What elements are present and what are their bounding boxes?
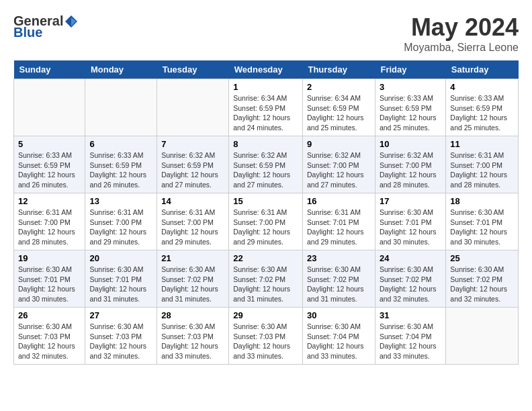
calendar-cell: 17Sunrise: 6:30 AM Sunset: 7:01 PM Dayli… bbox=[375, 193, 445, 250]
day-number: 16 bbox=[307, 196, 371, 206]
day-info: Sunrise: 6:33 AM Sunset: 6:59 PM Dayligh… bbox=[18, 150, 81, 190]
day-number: 28 bbox=[161, 310, 224, 320]
day-info: Sunrise: 6:30 AM Sunset: 7:04 PM Dayligh… bbox=[307, 322, 371, 361]
day-info: Sunrise: 6:30 AM Sunset: 7:02 PM Dayligh… bbox=[380, 265, 441, 304]
day-number: 7 bbox=[161, 139, 224, 149]
day-info: Sunrise: 6:30 AM Sunset: 7:01 PM Dayligh… bbox=[89, 265, 152, 304]
calendar-cell bbox=[14, 79, 85, 136]
day-number: 1 bbox=[233, 82, 298, 92]
day-number: 18 bbox=[450, 196, 514, 206]
calendar-cell: 12Sunrise: 6:31 AM Sunset: 7:00 PM Dayli… bbox=[14, 193, 85, 250]
day-info: Sunrise: 6:31 AM Sunset: 7:00 PM Dayligh… bbox=[161, 208, 224, 247]
calendar-cell: 14Sunrise: 6:31 AM Sunset: 7:00 PM Dayli… bbox=[157, 193, 229, 250]
day-info: Sunrise: 6:30 AM Sunset: 7:03 PM Dayligh… bbox=[161, 322, 224, 361]
calendar-cell: 24Sunrise: 6:30 AM Sunset: 7:02 PM Dayli… bbox=[375, 250, 445, 308]
day-number: 11 bbox=[450, 139, 514, 149]
calendar-cell: 8Sunrise: 6:32 AM Sunset: 6:59 PM Daylig… bbox=[229, 136, 303, 193]
calendar-cell: 15Sunrise: 6:31 AM Sunset: 7:00 PM Dayli… bbox=[229, 193, 303, 250]
logo-text: General Blue bbox=[13, 13, 79, 40]
day-number: 17 bbox=[380, 196, 441, 206]
calendar-cell: 2Sunrise: 6:34 AM Sunset: 6:59 PM Daylig… bbox=[302, 79, 375, 136]
weekday-header-monday: Monday bbox=[85, 60, 157, 79]
calendar-week-row: 26Sunrise: 6:30 AM Sunset: 7:03 PM Dayli… bbox=[14, 308, 519, 365]
weekday-header-sunday: Sunday bbox=[14, 60, 85, 79]
day-number: 19 bbox=[18, 253, 81, 263]
calendar-cell: 29Sunrise: 6:30 AM Sunset: 7:03 PM Dayli… bbox=[229, 308, 303, 365]
weekday-header-friday: Friday bbox=[375, 60, 445, 79]
calendar-cell: 13Sunrise: 6:31 AM Sunset: 7:00 PM Dayli… bbox=[85, 193, 157, 250]
day-info: Sunrise: 6:30 AM Sunset: 7:02 PM Dayligh… bbox=[161, 265, 224, 304]
day-number: 13 bbox=[89, 196, 152, 206]
day-number: 30 bbox=[307, 310, 371, 320]
calendar-cell: 3Sunrise: 6:33 AM Sunset: 6:59 PM Daylig… bbox=[375, 79, 445, 136]
calendar-cell: 22Sunrise: 6:30 AM Sunset: 7:02 PM Dayli… bbox=[229, 250, 303, 308]
calendar-cell: 6Sunrise: 6:33 AM Sunset: 6:59 PM Daylig… bbox=[85, 136, 157, 193]
day-info: Sunrise: 6:30 AM Sunset: 7:02 PM Dayligh… bbox=[450, 265, 514, 304]
calendar-cell: 1Sunrise: 6:34 AM Sunset: 6:59 PM Daylig… bbox=[229, 79, 303, 136]
calendar-cell: 9Sunrise: 6:32 AM Sunset: 7:00 PM Daylig… bbox=[302, 136, 375, 193]
day-info: Sunrise: 6:31 AM Sunset: 7:00 PM Dayligh… bbox=[18, 208, 81, 247]
calendar-cell: 30Sunrise: 6:30 AM Sunset: 7:04 PM Dayli… bbox=[302, 308, 375, 365]
calendar-cell: 4Sunrise: 6:33 AM Sunset: 6:59 PM Daylig… bbox=[446, 79, 519, 136]
day-number: 6 bbox=[89, 139, 152, 149]
day-info: Sunrise: 6:30 AM Sunset: 7:03 PM Dayligh… bbox=[18, 322, 81, 361]
calendar-cell: 5Sunrise: 6:33 AM Sunset: 6:59 PM Daylig… bbox=[14, 136, 85, 193]
logo: General Blue bbox=[13, 13, 79, 40]
calendar-week-row: 19Sunrise: 6:30 AM Sunset: 7:01 PM Dayli… bbox=[14, 250, 519, 308]
weekday-header-saturday: Saturday bbox=[446, 60, 519, 79]
day-number: 14 bbox=[161, 196, 224, 206]
calendar-cell: 16Sunrise: 6:31 AM Sunset: 7:01 PM Dayli… bbox=[302, 193, 375, 250]
calendar-cell: 28Sunrise: 6:30 AM Sunset: 7:03 PM Dayli… bbox=[157, 308, 229, 365]
calendar-cell: 18Sunrise: 6:30 AM Sunset: 7:01 PM Dayli… bbox=[446, 193, 519, 250]
day-info: Sunrise: 6:30 AM Sunset: 7:01 PM Dayligh… bbox=[18, 265, 81, 304]
day-info: Sunrise: 6:30 AM Sunset: 7:02 PM Dayligh… bbox=[233, 265, 298, 304]
weekday-header-thursday: Thursday bbox=[302, 60, 375, 79]
calendar-cell: 25Sunrise: 6:30 AM Sunset: 7:02 PM Dayli… bbox=[446, 250, 519, 308]
day-info: Sunrise: 6:32 AM Sunset: 7:00 PM Dayligh… bbox=[380, 150, 441, 190]
title-block: May 2024 Moyamba, Sierra Leone bbox=[404, 13, 519, 54]
day-number: 29 bbox=[233, 310, 298, 320]
day-number: 26 bbox=[18, 310, 81, 320]
day-info: Sunrise: 6:32 AM Sunset: 6:59 PM Dayligh… bbox=[233, 150, 298, 190]
day-number: 10 bbox=[380, 139, 441, 149]
weekday-header-tuesday: Tuesday bbox=[157, 60, 229, 79]
day-number: 27 bbox=[89, 310, 152, 320]
day-number: 9 bbox=[307, 139, 371, 149]
day-info: Sunrise: 6:30 AM Sunset: 7:02 PM Dayligh… bbox=[307, 265, 371, 304]
calendar-week-row: 1Sunrise: 6:34 AM Sunset: 6:59 PM Daylig… bbox=[14, 79, 519, 136]
day-number: 20 bbox=[89, 253, 152, 263]
day-number: 31 bbox=[380, 310, 441, 320]
day-info: Sunrise: 6:33 AM Sunset: 6:59 PM Dayligh… bbox=[89, 150, 152, 190]
day-info: Sunrise: 6:31 AM Sunset: 7:00 PM Dayligh… bbox=[89, 208, 152, 247]
day-number: 12 bbox=[18, 196, 81, 206]
day-number: 4 bbox=[450, 82, 514, 92]
calendar-cell: 26Sunrise: 6:30 AM Sunset: 7:03 PM Dayli… bbox=[14, 308, 85, 365]
day-info: Sunrise: 6:30 AM Sunset: 7:04 PM Dayligh… bbox=[380, 322, 441, 361]
calendar-cell: 10Sunrise: 6:32 AM Sunset: 7:00 PM Dayli… bbox=[375, 136, 445, 193]
day-number: 5 bbox=[18, 139, 81, 149]
weekday-header-row: SundayMondayTuesdayWednesdayThursdayFrid… bbox=[14, 60, 519, 79]
day-info: Sunrise: 6:31 AM Sunset: 7:00 PM Dayligh… bbox=[233, 208, 298, 247]
day-number: 21 bbox=[161, 253, 224, 263]
calendar-cell: 31Sunrise: 6:30 AM Sunset: 7:04 PM Dayli… bbox=[375, 308, 445, 365]
weekday-header-wednesday: Wednesday bbox=[229, 60, 303, 79]
day-info: Sunrise: 6:30 AM Sunset: 7:03 PM Dayligh… bbox=[89, 322, 152, 361]
day-info: Sunrise: 6:32 AM Sunset: 6:59 PM Dayligh… bbox=[161, 150, 224, 190]
day-info: Sunrise: 6:33 AM Sunset: 6:59 PM Dayligh… bbox=[380, 93, 441, 133]
day-number: 8 bbox=[233, 139, 298, 149]
day-number: 25 bbox=[450, 253, 514, 263]
day-info: Sunrise: 6:31 AM Sunset: 7:01 PM Dayligh… bbox=[307, 208, 371, 247]
day-info: Sunrise: 6:34 AM Sunset: 6:59 PM Dayligh… bbox=[307, 93, 371, 133]
month-title: May 2024 bbox=[404, 13, 519, 42]
calendar-cell: 7Sunrise: 6:32 AM Sunset: 6:59 PM Daylig… bbox=[157, 136, 229, 193]
calendar-cell: 11Sunrise: 6:31 AM Sunset: 7:00 PM Dayli… bbox=[446, 136, 519, 193]
location: Moyamba, Sierra Leone bbox=[404, 42, 519, 54]
day-number: 15 bbox=[233, 196, 298, 206]
calendar-week-row: 5Sunrise: 6:33 AM Sunset: 6:59 PM Daylig… bbox=[14, 136, 519, 193]
day-number: 2 bbox=[307, 82, 371, 92]
calendar-cell: 20Sunrise: 6:30 AM Sunset: 7:01 PM Dayli… bbox=[85, 250, 157, 308]
calendar-cell: 23Sunrise: 6:30 AM Sunset: 7:02 PM Dayli… bbox=[302, 250, 375, 308]
calendar-cell: 27Sunrise: 6:30 AM Sunset: 7:03 PM Dayli… bbox=[85, 308, 157, 365]
logo-icon bbox=[64, 14, 79, 29]
calendar-cell: 21Sunrise: 6:30 AM Sunset: 7:02 PM Dayli… bbox=[157, 250, 229, 308]
